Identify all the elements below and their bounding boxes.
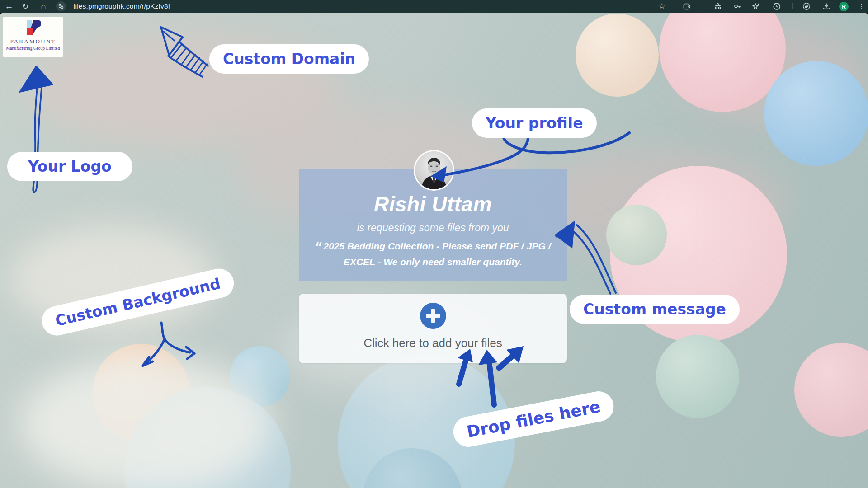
profile-avatar — [414, 150, 454, 191]
your-profile-label: Your profile — [472, 108, 597, 138]
password-key-icon[interactable] — [732, 0, 743, 13]
background-sphere — [606, 205, 667, 265]
your-logo-label: Your Logo — [7, 152, 132, 181]
private-mode-glyph — [714, 3, 722, 10]
add-files-plus-icon[interactable] — [420, 303, 446, 329]
bookmark-glyph: ☆ — [658, 0, 665, 13]
leaf-glyph — [802, 2, 811, 10]
extensions-glyph — [683, 3, 690, 10]
custom-message-text: “2025 Bedding Collection - Please send P… — [309, 239, 557, 270]
dropzone-label: Click here to add your files — [299, 336, 567, 350]
background-sphere — [656, 335, 739, 418]
custom-domain-label: Custom Domain — [209, 44, 369, 74]
menu-glyph: ⋮ — [859, 0, 865, 13]
extensions-icon[interactable] — [681, 0, 692, 13]
key-glyph — [734, 3, 742, 9]
history-glyph — [773, 2, 781, 10]
custom-message-label: Custom message — [570, 295, 740, 324]
reload-icon[interactable]: ↻ — [20, 0, 31, 13]
background-sphere — [576, 14, 659, 97]
back-icon[interactable]: ← — [4, 0, 14, 13]
request-subtitle: is requesting some files from you — [299, 222, 567, 234]
bookmark-star-icon[interactable]: ☆ — [656, 0, 667, 13]
download-glyph — [822, 2, 830, 10]
site-info-icon[interactable] — [56, 1, 66, 11]
company-logo-card: PARAMOUNT Manufacturing Group Limited — [3, 17, 63, 57]
background-sphere — [794, 343, 868, 437]
company-tagline: Manufacturing Group Limited — [6, 46, 60, 51]
browser-profile-avatar[interactable]: R — [839, 2, 849, 11]
sparkle-star-glyph — [752, 2, 760, 10]
file-request-page: Rishi Uttam is requesting some files fro… — [0, 13, 868, 488]
background-sphere — [764, 61, 868, 166]
download-icon[interactable] — [821, 0, 832, 13]
company-name: PARAMOUNT — [10, 38, 56, 45]
profile-portrait-image — [415, 151, 453, 189]
history-icon[interactable] — [771, 0, 782, 13]
browser-toolbar: ← ↻ ⌂ files.pmgrouphk.com/r/pKzIv8f ☆ — [0, 0, 868, 13]
reload-glyph: ↻ — [22, 0, 28, 13]
quote-icon: “ — [315, 239, 322, 254]
paramount-logo-icon — [24, 19, 42, 38]
screenshot-stage: ← ↻ ⌂ files.pmgrouphk.com/r/pKzIv8f ☆ — [0, 0, 868, 488]
custom-message-body: 2025 Bedding Collection - Please send PD… — [324, 241, 551, 267]
tune-sliders-icon — [58, 3, 64, 9]
url-field[interactable]: files.pmgrouphk.com/r/pKzIv8f — [73, 0, 170, 13]
file-dropzone[interactable]: Click here to add your files — [299, 294, 567, 363]
battery-saver-icon[interactable] — [801, 0, 812, 13]
menu-icon[interactable]: ⋮ — [857, 0, 866, 13]
toolbar-divider — [792, 3, 793, 9]
home-glyph: ⌂ — [41, 0, 46, 13]
sparkle-star-icon[interactable] — [750, 0, 761, 13]
background-cloud — [18, 356, 271, 488]
private-mode-icon[interactable] — [712, 0, 723, 13]
toolbar-divider — [700, 3, 700, 9]
requester-name: Rishi Uttam — [299, 192, 567, 216]
home-icon[interactable]: ⌂ — [38, 0, 49, 13]
back-glyph: ← — [5, 0, 14, 13]
